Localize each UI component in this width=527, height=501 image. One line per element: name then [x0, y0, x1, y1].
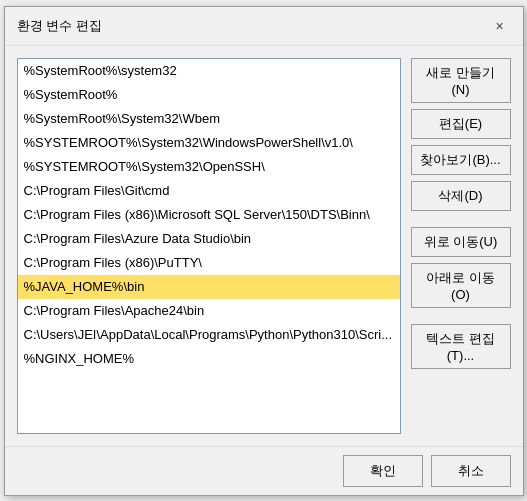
- list-item[interactable]: C:\Program Files (x86)\PuTTY\: [18, 251, 400, 275]
- text-edit-button[interactable]: 텍스트 편집(T)...: [411, 324, 511, 369]
- move-up-button[interactable]: 위로 이동(U): [411, 227, 511, 257]
- browse-button[interactable]: 찾아보기(B)...: [411, 145, 511, 175]
- edit-button[interactable]: 편집(E): [411, 109, 511, 139]
- delete-button[interactable]: 삭제(D): [411, 181, 511, 211]
- ok-button[interactable]: 확인: [343, 455, 423, 487]
- list-item[interactable]: %JAVA_HOME%\bin: [18, 275, 400, 299]
- list-item[interactable]: %SystemRoot%\system32: [18, 59, 400, 83]
- path-list[interactable]: %SystemRoot%\system32%SystemRoot%%System…: [17, 58, 401, 434]
- cancel-button[interactable]: 취소: [431, 455, 511, 487]
- list-item[interactable]: C:\Users\JEI\AppData\Local\Programs\Pyth…: [18, 323, 400, 347]
- right-buttons: 새로 만들기(N) 편집(E) 찾아보기(B)... 삭제(D) 위로 이동(U…: [411, 58, 511, 434]
- environment-variable-dialog: 환경 변수 편집 × %SystemRoot%\system32%SystemR…: [4, 6, 524, 496]
- title-bar: 환경 변수 편집 ×: [5, 7, 523, 46]
- list-item[interactable]: C:\Program Files (x86)\Microsoft SQL Ser…: [18, 203, 400, 227]
- list-item[interactable]: %SystemRoot%\System32\Wbem: [18, 107, 400, 131]
- list-item[interactable]: C:\Program Files\Azure Data Studio\bin: [18, 227, 400, 251]
- dialog-footer: 확인 취소: [5, 446, 523, 495]
- list-item[interactable]: %SYSTEMROOT%\System32\OpenSSH\: [18, 155, 400, 179]
- dialog-title: 환경 변수 편집: [17, 17, 102, 35]
- list-item[interactable]: %SystemRoot%: [18, 83, 400, 107]
- new-button[interactable]: 새로 만들기(N): [411, 58, 511, 103]
- close-button[interactable]: ×: [489, 15, 511, 37]
- dialog-content: %SystemRoot%\system32%SystemRoot%%System…: [5, 46, 523, 446]
- list-item[interactable]: C:\Program Files\Apache24\bin: [18, 299, 400, 323]
- list-item[interactable]: C:\Program Files\Git\cmd: [18, 179, 400, 203]
- move-down-button[interactable]: 아래로 이동(O): [411, 263, 511, 308]
- list-item[interactable]: %NGINX_HOME%: [18, 347, 400, 371]
- list-item[interactable]: %SYSTEMROOT%\System32\WindowsPowerShell\…: [18, 131, 400, 155]
